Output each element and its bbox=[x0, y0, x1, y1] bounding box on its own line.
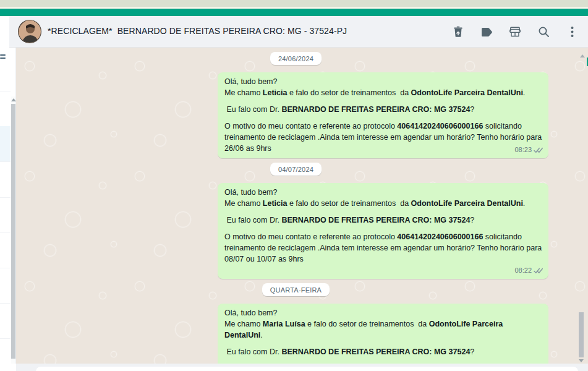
message-text: Olá, tudo bem? bbox=[224, 187, 543, 198]
date-pill: 24/06/2024 bbox=[270, 52, 322, 65]
conversation-panel: 24/06/2024Olá, tudo bem?Me chamo Leticia… bbox=[16, 48, 588, 364]
message-text: Olá, tudo bem? bbox=[224, 307, 543, 318]
compose-bar bbox=[16, 364, 588, 371]
app-teal-bar bbox=[0, 9, 588, 16]
chat-header-actions bbox=[452, 16, 578, 48]
sidebar-scrollbar-thumb[interactable] bbox=[11, 104, 15, 359]
message-bubble[interactable]: Olá, tudo bem?Me chamo Leticia e falo do… bbox=[218, 183, 548, 279]
archive-icon[interactable] bbox=[509, 26, 521, 38]
delivered-ticks-icon bbox=[534, 267, 543, 274]
delivered-ticks-icon bbox=[534, 146, 543, 153]
message-meta: 08:23 bbox=[514, 144, 543, 155]
message-bubble[interactable]: Olá, tudo bem?Me chamo Leticia e falo do… bbox=[218, 72, 548, 158]
message-text: O motivo do meu contato e referente ao p… bbox=[224, 121, 543, 154]
sidebar-scroll-up-arrow[interactable] bbox=[11, 98, 16, 101]
message-text: Eu falo com Dr. BERNARDO DE FREITAS PERE… bbox=[224, 104, 543, 115]
whatsapp-web-window: *RECICLAGEM* BERNARDO DE FREITAS PEREIRA… bbox=[0, 0, 588, 371]
message-list: 24/06/2024Olá, tudo bem?Me chamo Leticia… bbox=[16, 48, 588, 364]
date-pill: 04/07/2024 bbox=[270, 163, 322, 176]
chat-scroll-down-arrow[interactable] bbox=[579, 359, 584, 362]
message-time: 08:23 bbox=[514, 144, 532, 155]
chat-list-sidebar bbox=[0, 16, 16, 371]
search-icon[interactable] bbox=[537, 26, 550, 38]
chat-list-snippet-lines bbox=[0, 54, 6, 61]
message-input[interactable] bbox=[36, 367, 578, 371]
chat-header: *RECICLAGEM* BERNARDO DE FREITAS PEREIRA… bbox=[9, 16, 588, 48]
message-bubble[interactable]: Olá, tudo bem?Me chamo Maria Luísa e fal… bbox=[218, 304, 548, 364]
message-text: Eu falo com Dr. BERNARDO DE FREITAS PERE… bbox=[224, 215, 543, 226]
message-time: 08:22 bbox=[514, 265, 532, 276]
chat-contact-title[interactable]: *RECICLAGEM* BERNARDO DE FREITAS PEREIRA… bbox=[48, 26, 347, 36]
contact-avatar[interactable] bbox=[18, 20, 41, 43]
selected-chat-item[interactable] bbox=[0, 126, 11, 161]
chat-scroll-up-arrow[interactable] bbox=[580, 54, 585, 58]
date-pill: QUARTA-FEIRA bbox=[262, 283, 330, 296]
message-text: Eu falo com Dr. BERNARDO DE FREITAS PERE… bbox=[224, 346, 543, 357]
menu-icon[interactable] bbox=[566, 26, 578, 38]
label-icon[interactable] bbox=[480, 26, 493, 38]
message-text: Me chamo Leticia e falo do setor de trei… bbox=[224, 87, 543, 98]
message-text: Me chamo Maria Luísa e falo do setor de … bbox=[224, 318, 543, 341]
message-meta: 08:22 bbox=[514, 265, 543, 276]
chat-scrollbar-thumb[interactable] bbox=[579, 312, 584, 357]
message-text: O motivo do meu contato e referente ao p… bbox=[224, 231, 543, 265]
delete-icon[interactable] bbox=[452, 26, 464, 38]
window-top-strip bbox=[0, 0, 588, 7]
message-text: Olá, tudo bem? bbox=[224, 76, 543, 87]
message-text: Me chamo Leticia e falo do setor de trei… bbox=[224, 198, 543, 209]
